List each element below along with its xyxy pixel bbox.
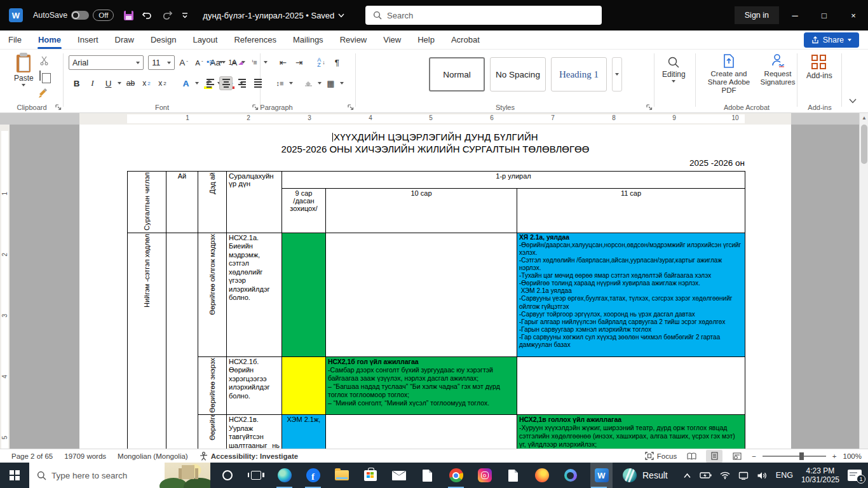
tab-design[interactable]: Design: [142, 30, 184, 50]
cell-m10-row3[interactable]: [326, 415, 517, 449]
tab-layout[interactable]: Layout: [184, 30, 226, 50]
tab-view[interactable]: View: [375, 30, 409, 50]
paste-button[interactable]: Paste: [14, 55, 34, 86]
zoom-level[interactable]: 100%: [843, 452, 862, 460]
align-left-button[interactable]: [203, 76, 217, 90]
chrome-taskbar-button[interactable]: [447, 463, 465, 488]
cell-outcome-row3[interactable]: НСХ2.1в. Уурлаж тавгүйтсэн шалтгааныг нь…: [227, 415, 282, 449]
page-indicator[interactable]: Page 2 of 65: [11, 452, 53, 460]
underline-button[interactable]: U: [102, 76, 115, 90]
hidden-icons-chevron[interactable]: [683, 473, 691, 478]
format-painter-button[interactable]: [38, 88, 49, 100]
zoom-slider[interactable]: [763, 456, 826, 457]
cell-m9-row3-blue[interactable]: ХЭМ 2.1ж,: [282, 415, 326, 449]
cell-m11-row1-blue[interactable]: ХЯ 2.1а, уялдаа-Өөрийн/даарсан,халууцсан…: [517, 233, 745, 356]
document-shortcut-1[interactable]: [419, 463, 436, 488]
tab-insert[interactable]: Insert: [69, 30, 107, 50]
autosave-toggle[interactable]: AutoSave Off: [33, 10, 114, 21]
vertical-ruler[interactable]: 1 2 3 4 5: [0, 125, 10, 449]
mail-button[interactable]: [390, 463, 407, 488]
cast-icon[interactable]: [738, 471, 749, 480]
undo-icon[interactable]: [142, 11, 154, 20]
editing-button[interactable]: Editing: [662, 56, 686, 83]
multilevel-list-button[interactable]: ⁱ≡: [248, 55, 261, 69]
wifi-icon[interactable]: [720, 471, 730, 479]
search-input[interactable]: Search: [365, 6, 602, 25]
redo-icon[interactable]: [163, 11, 172, 20]
tab-home[interactable]: Home: [30, 30, 69, 50]
cortana-button[interactable]: [219, 463, 236, 488]
borders-button[interactable]: ▦: [324, 76, 337, 90]
cell-direction[interactable]: Нийгэм -сэтгэл хөдлөл: [128, 233, 166, 449]
maximize-button[interactable]: □: [810, 0, 839, 30]
vertical-scrollbar[interactable]: ▲: [859, 113, 868, 449]
accessibility-status[interactable]: Accessibility: Investigate: [200, 452, 298, 461]
cell-ai[interactable]: Ай 1. Өөрийгөө таних: [166, 233, 198, 449]
cell-outcome-row2[interactable]: НСХ2.1б. Өөрийн хэрэгцээгээ илэрхийлдэг …: [227, 356, 282, 415]
tab-acrobat[interactable]: Acrobat: [443, 30, 488, 50]
clipboard-dialog-launcher[interactable]: [55, 104, 62, 111]
styles-gallery-more-button[interactable]: [612, 57, 622, 92]
header-ai[interactable]: Ай: [166, 172, 198, 233]
taskbar-search-input[interactable]: Type here to search: [29, 463, 210, 488]
italic-button[interactable]: I: [86, 76, 99, 90]
line-spacing-button[interactable]: ↕≡: [273, 76, 287, 90]
header-outcome[interactable]: Суралцахуйн үр дүн: [227, 172, 282, 233]
scrollbar-thumb[interactable]: [861, 125, 867, 164]
facebook-taskbar-button[interactable]: f: [304, 463, 322, 488]
clock[interactable]: 4:23 PM 10/31/2025: [801, 466, 839, 484]
grow-font-button[interactable]: Aˆ: [177, 55, 191, 69]
justify-button[interactable]: [251, 76, 264, 90]
align-center-button[interactable]: [219, 76, 233, 90]
shading-dropdown-icon[interactable]: [318, 82, 322, 85]
numbering-dropdown-icon[interactable]: [241, 61, 245, 64]
tab-draw[interactable]: Draw: [107, 30, 142, 50]
underline-dropdown-icon[interactable]: [118, 82, 121, 85]
line-spacing-dropdown-icon[interactable]: [289, 82, 293, 85]
style-heading1[interactable]: Heading 1: [551, 57, 607, 92]
text-effects-button[interactable]: A: [179, 76, 193, 90]
tab-references[interactable]: References: [226, 30, 284, 50]
horizontal-ruler[interactable]: 1 2 3 4 5 6 7 8 9 10: [0, 113, 868, 125]
keyboard-language[interactable]: ENG: [776, 471, 793, 480]
cell-m9-row1-green[interactable]: [282, 233, 326, 356]
show-hide-marks-button[interactable]: ¶: [330, 55, 344, 69]
document-title[interactable]: дунд-бүлэг-1-улирал-2025 • Saved: [203, 11, 344, 20]
doc-title-line2[interactable]: 2025-2026 ОНЫ ХИЧЭЭЛИЙН ЖИЛИЙН СУРГАЛТЫН…: [79, 144, 791, 154]
sort-button[interactable]: AZ↓: [315, 55, 328, 69]
web-layout-button[interactable]: [729, 450, 745, 463]
news-interests-widget[interactable]: Result: [623, 468, 668, 482]
cell-m11-row3-green[interactable]: НСХ2,1в голлох үйл ажиллагаа-Хуруун хүүх…: [517, 415, 745, 449]
copilot-button[interactable]: [562, 463, 579, 488]
document-page[interactable]: ХҮҮХДИЙН ЦЭЦЭРЛЭГИЙН ДУНД БҮЛГИЙН 2025-2…: [79, 125, 791, 449]
numbering-button[interactable]: 1≡: [226, 55, 239, 69]
zoom-in-button[interactable]: +: [832, 452, 837, 460]
cell-subai-row1[interactable]: Өөрийгөө ойлгож мэдрэх: [198, 233, 227, 356]
create-share-pdf-button[interactable]: Create and Share Adobe PDF: [701, 53, 757, 95]
doc-title-line1[interactable]: ХҮҮХДИЙН ЦЭЦЭРЛЭГИЙН ДУНД БҮЛГИЙН: [79, 132, 791, 142]
document-shortcut-2[interactable]: [505, 463, 522, 488]
edge-taskbar-button[interactable]: [276, 463, 293, 488]
cell-m9-row2-yellow[interactable]: [282, 356, 326, 415]
cut-button[interactable]: [39, 56, 49, 67]
styles-dialog-launcher[interactable]: [646, 104, 653, 111]
minimize-button[interactable]: ─: [780, 0, 810, 30]
style-no-spacing[interactable]: No Spacing: [490, 57, 546, 92]
start-button[interactable]: [0, 463, 29, 488]
instagram-taskbar-button[interactable]: [476, 463, 493, 488]
align-right-button[interactable]: [235, 76, 248, 90]
language-indicator[interactable]: Mongolian (Mongolia): [118, 452, 188, 460]
tab-file[interactable]: File: [0, 30, 30, 50]
scroll-up-icon[interactable]: ▲: [860, 113, 868, 122]
superscript-button[interactable]: x2: [156, 76, 169, 90]
zoom-slider-thumb[interactable]: [799, 452, 804, 460]
firefox-taskbar-button[interactable]: [533, 463, 550, 488]
doc-year-label[interactable]: 2025 -2026 он: [79, 158, 745, 168]
header-quarter[interactable]: 1-р улирал: [282, 172, 745, 189]
paragraph-dialog-launcher[interactable]: [348, 104, 354, 111]
file-explorer-button[interactable]: [333, 463, 350, 488]
header-month11[interactable]: 11 сар: [517, 189, 745, 233]
style-normal[interactable]: Normal: [429, 57, 485, 92]
search-highlight-image[interactable]: [165, 463, 210, 488]
header-month10[interactable]: 10 сар: [326, 189, 517, 233]
